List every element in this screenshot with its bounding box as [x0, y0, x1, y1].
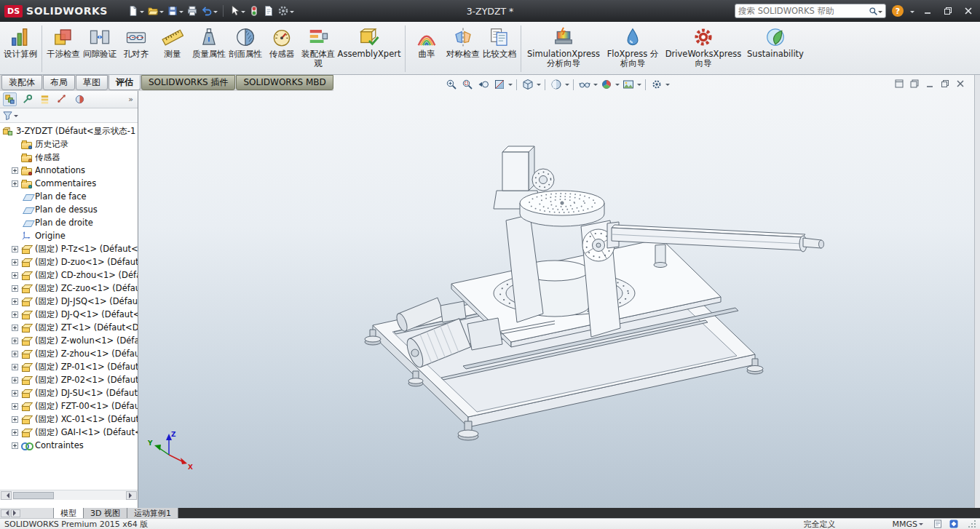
tree-item-sensors[interactable]: 传感器: [0, 151, 138, 164]
minimize-button[interactable]: [920, 4, 935, 18]
expand-icon[interactable]: [12, 390, 18, 397]
ribbon-button-section-properties[interactable]: 剖面属性: [228, 24, 263, 59]
tree-item-comments[interactable]: Commentaires: [0, 177, 138, 190]
tab-scroll-left-button[interactable]: [1, 509, 10, 517]
dropdown-caret[interactable]: [637, 84, 641, 88]
tab-scroll-area[interactable]: [0, 508, 54, 518]
select-tool-button[interactable]: [228, 4, 246, 18]
tree-item-annotations[interactable]: Annotations: [0, 164, 138, 177]
feature-manager-tab[interactable]: [3, 92, 17, 106]
view-settings-button[interactable]: [649, 77, 664, 92]
help-search-box[interactable]: [735, 4, 886, 18]
tree-item-component[interactable]: (固定) GAI-I<1> (Défaut<: [0, 426, 138, 439]
expand-icon[interactable]: [12, 246, 18, 252]
task-pane-strip[interactable]: [974, 75, 980, 508]
tab-solidworks-mbd[interactable]: SOLIDWORKS MBD: [236, 75, 333, 90]
ribbon-button-hole-alignment[interactable]: 孔对齐: [119, 24, 154, 59]
units-dropdown-caret[interactable]: [919, 523, 923, 528]
property-manager-tab[interactable]: [20, 92, 34, 106]
tree-item-component[interactable]: (固定) Z-zhou<1> (Défaut: [0, 347, 138, 360]
tree-item-plane-top[interactable]: Plan de dessus: [0, 203, 138, 216]
graphics-area[interactable]: Z Y X: [138, 75, 974, 508]
undo-button[interactable]: [200, 4, 218, 18]
tree-item-component[interactable]: (固定) XC-01<1> (Défaut<: [0, 413, 138, 426]
tree-item-component[interactable]: (固定) CD-zhou<1> (Défa: [0, 269, 138, 282]
ribbon-button-clearance-verification[interactable]: 间隙验证: [82, 24, 117, 59]
tree-item-component[interactable]: (固定) DJ-SU<1> (Défaut<: [0, 386, 138, 399]
rebuild-button[interactable]: [248, 4, 261, 18]
tree-item-plane-front[interactable]: Plan de face: [0, 190, 138, 203]
file-properties-button[interactable]: [262, 4, 275, 18]
panel-expand-chevron[interactable]: »: [128, 95, 135, 104]
expand-icon[interactable]: [12, 167, 18, 174]
search-dropdown-caret[interactable]: [878, 11, 882, 15]
edit-appearance-button[interactable]: [599, 77, 614, 92]
tab-motion-study-1[interactable]: 运动算例1: [127, 508, 178, 518]
scroll-left-button[interactable]: [1, 491, 12, 500]
open-document-button[interactable]: [146, 4, 165, 18]
tab-layout[interactable]: 布局: [43, 75, 75, 90]
restore-button[interactable]: [941, 4, 955, 18]
tab-3d-views[interactable]: 3D 视图: [84, 508, 127, 518]
ribbon-button-mass-properties[interactable]: 质量属性: [191, 24, 226, 59]
ribbon-button-symmetry-check[interactable]: 对称检查: [446, 24, 481, 59]
scroll-right-button[interactable]: [126, 491, 137, 500]
scrollbar-thumb[interactable]: [13, 492, 54, 499]
dropdown-caret[interactable]: [537, 84, 541, 88]
display-manager-tab[interactable]: [73, 92, 87, 106]
display-style-button[interactable]: [549, 77, 564, 92]
tree-item-component[interactable]: (固定) DJ-Q<1> (Défaut<: [0, 308, 138, 321]
ribbon-button-sustainability[interactable]: Sustainability: [745, 24, 806, 59]
tree-item-origin[interactable]: Origine: [0, 229, 138, 242]
tree-item-component[interactable]: (固定) ZP-02<1> (Défaut<: [0, 373, 138, 386]
expand-icon[interactable]: [12, 298, 18, 305]
print-button[interactable]: [186, 4, 199, 18]
dropdown-caret[interactable]: [615, 84, 620, 88]
dropdown-caret[interactable]: [290, 11, 294, 15]
ribbon-button-assembly-visualization[interactable]: 装配体直观: [301, 24, 336, 68]
zoom-area-button[interactable]: [460, 77, 475, 92]
expand-icon[interactable]: [12, 429, 18, 436]
previous-view-button[interactable]: [476, 77, 491, 92]
dropdown-caret[interactable]: [593, 84, 598, 88]
doc-minimize-icon[interactable]: [925, 79, 935, 89]
expand-icon[interactable]: [12, 285, 18, 292]
dropdown-caret[interactable]: [241, 11, 245, 15]
expand-icon[interactable]: [12, 442, 18, 449]
options-button[interactable]: [277, 4, 295, 18]
expand-icon[interactable]: [12, 311, 18, 318]
ribbon-button-sensor[interactable]: 传感器: [264, 24, 299, 59]
ribbon-button-measure[interactable]: 测量: [155, 24, 190, 59]
apply-scene-button[interactable]: [621, 77, 636, 92]
view-orientation-button[interactable]: [521, 77, 535, 92]
tree-item-component[interactable]: (固定) Z-wolun<1> (Défau: [0, 334, 138, 347]
tree-item-component[interactable]: (固定) ZT<1> (Défaut<D: [0, 321, 138, 334]
tab-assembly[interactable]: 装配体: [1, 75, 42, 90]
doc-close-icon[interactable]: [955, 79, 965, 89]
hide-show-items-button[interactable]: [577, 77, 592, 92]
ribbon-button-design-study[interactable]: 设计算例: [3, 24, 38, 59]
expand-icon[interactable]: [12, 377, 18, 383]
tree-item-component[interactable]: (固定) ZC-zuo<1> (Défau: [0, 282, 138, 295]
tree-filter-bar[interactable]: [0, 108, 138, 123]
tree-horizontal-scrollbar[interactable]: [0, 490, 138, 500]
tab-scroll-right-button[interactable]: [11, 509, 20, 517]
status-sheet-icon[interactable]: [933, 520, 942, 528]
ribbon-button-compare-documents[interactable]: 比较文档: [482, 24, 517, 59]
tree-item-component[interactable]: (固定) P-Tz<1> (Défaut<: [0, 242, 138, 255]
model-canvas[interactable]: Z Y X: [138, 91, 974, 508]
tree-item-component[interactable]: (固定) FZT-00<1> (Défaut: [0, 399, 138, 413]
status-tag-icon[interactable]: [949, 520, 958, 528]
tree-item-plane-right[interactable]: Plan de droite: [0, 216, 138, 229]
search-input[interactable]: [738, 6, 869, 16]
tab-sketch[interactable]: 草图: [76, 75, 108, 90]
dimxpert-manager-tab[interactable]: [55, 92, 69, 106]
search-icon[interactable]: [869, 7, 878, 16]
tree-item-component[interactable]: (固定) DJ-JSQ<1> (Défau: [0, 295, 138, 308]
help-dropdown-caret[interactable]: [910, 11, 914, 15]
filter-dropdown-caret[interactable]: [14, 115, 18, 119]
dropdown-caret[interactable]: [565, 84, 569, 88]
expand-icon[interactable]: [12, 180, 18, 187]
save-button[interactable]: [166, 4, 184, 18]
tree-item-component[interactable]: (固定) D-zuo<1> (Défaut: [0, 255, 138, 269]
